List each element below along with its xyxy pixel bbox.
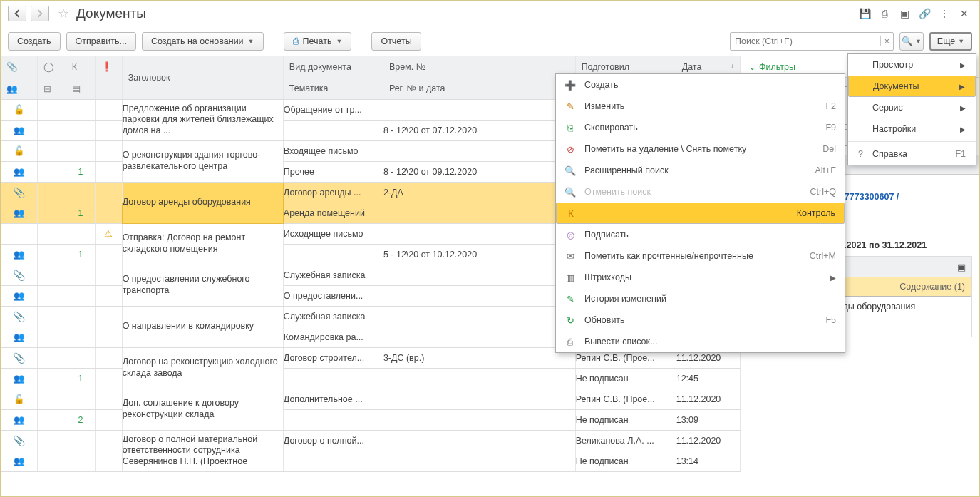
col-kind[interactable]: Вид документа	[283, 56, 383, 78]
context-item[interactable]: ККонтроль	[556, 203, 845, 224]
context-item[interactable]: ⊘Пометить на удаление \ Снять пометкуDel	[556, 138, 845, 160]
col-card-icon[interactable]: ▤	[66, 78, 96, 99]
send-button[interactable]: Отправить...	[66, 32, 136, 51]
submenu-item[interactable]: ?СправкаF1	[848, 143, 976, 165]
table-row[interactable]: 👥2Не подписан13:09	[1, 409, 741, 430]
col-priority-icon[interactable]: ❗	[96, 56, 122, 78]
context-item[interactable]: ✉Пометить как прочтенные/непрочтенныеCtr…	[556, 245, 845, 267]
context-item[interactable]: ◎Подписать	[556, 224, 845, 245]
more-submenu: Просмотр▶Документы▶Сервис▶Настройки▶?Спр…	[847, 53, 976, 165]
table-row[interactable]: 📎Договор о полной материальной ответстве…	[1, 430, 741, 451]
col-k-icon[interactable]: К	[66, 56, 96, 78]
submenu-item[interactable]: Сервис▶	[848, 97, 976, 118]
clear-search-icon[interactable]: ×	[880, 36, 893, 46]
print-button[interactable]: ⎙Печать▼	[284, 32, 352, 51]
close-icon[interactable]: ✕	[956, 6, 972, 21]
kebab-icon[interactable]: ⋮	[937, 6, 952, 21]
context-item[interactable]: ➕Создать	[556, 74, 845, 96]
context-item[interactable]: 🔍Расширенный поискAlt+F	[556, 160, 845, 181]
files-expand-icon[interactable]: ▣	[957, 262, 966, 272]
table-row[interactable]: 👥1Не подписан12:45	[1, 368, 741, 389]
table-row[interactable]: 🔓Доп. соглашение к договору реконструкци…	[1, 389, 741, 409]
page-title: Документы	[76, 6, 146, 21]
submenu-item[interactable]: Настройки▶	[848, 118, 976, 140]
print-icon[interactable]: ⎙	[877, 6, 892, 21]
title-bar: ☆ Документы 💾 ⎙ ▣ 🔗 ⋮ ✕	[1, 1, 979, 26]
reports-button[interactable]: Отчеты	[371, 32, 421, 51]
create-button[interactable]: Создать	[8, 32, 61, 51]
col-topic[interactable]: Тематика	[283, 78, 383, 99]
context-item[interactable]: ↻ОбновитьF5	[556, 309, 845, 331]
context-item[interactable]: ⎘СкопироватьF9	[556, 117, 845, 138]
toolbar: Создать Отправить... Создать на основани…	[1, 26, 979, 56]
submenu-item[interactable]: Просмотр▶	[848, 54, 976, 76]
col-tree-icon[interactable]: ⊟	[38, 78, 66, 99]
back-button[interactable]	[8, 6, 26, 21]
compare-icon[interactable]: ▣	[897, 6, 912, 21]
context-item[interactable]: ✎История изменений	[556, 288, 845, 309]
star-icon[interactable]: ☆	[58, 6, 69, 21]
submenu-item[interactable]: Документы▶	[848, 76, 976, 97]
save-icon[interactable]: 💾	[857, 6, 872, 21]
context-item[interactable]: ⎙Вывести список...	[556, 331, 845, 352]
search-dropdown-button[interactable]: 🔍▼	[899, 32, 924, 51]
table-row[interactable]: 👥Не подписан13:14	[1, 451, 741, 471]
context-item[interactable]: ✎ИзменитьF2	[556, 96, 845, 117]
forward-button[interactable]	[31, 6, 49, 21]
link-icon[interactable]: 🔗	[917, 6, 932, 21]
context-item: 🔍Отменить поискCtrl+Q	[556, 181, 845, 203]
col-attachment-icon[interactable]: 📎	[1, 56, 38, 78]
context-item[interactable]: ▥Штрихкоды▶	[556, 267, 845, 288]
context-menu: ➕Создать✎ИзменитьF2⎘СкопироватьF9⊘Помети…	[555, 73, 845, 353]
col-temp-no[interactable]: Врем. №	[383, 56, 575, 78]
col-group-icon[interactable]: 👥	[1, 78, 38, 99]
search-input[interactable]: ×	[730, 32, 894, 51]
create-from-button[interactable]: Создать на основании▼	[142, 32, 264, 51]
col-title[interactable]: Заголовок	[122, 56, 283, 99]
col-status-icon[interactable]: ◯	[38, 56, 66, 78]
more-button[interactable]: Еще▼	[929, 32, 972, 51]
